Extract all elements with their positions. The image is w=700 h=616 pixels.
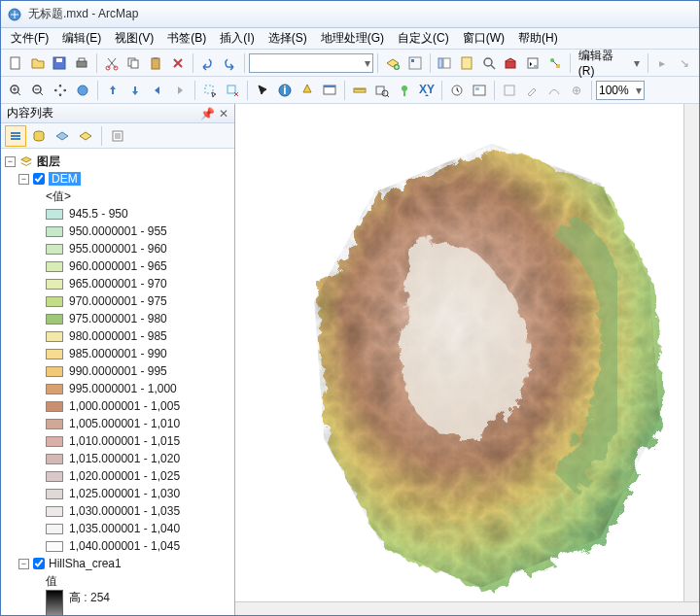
arctoolbox-button[interactable] xyxy=(501,52,522,74)
menu-item[interactable]: 地理处理(G) xyxy=(315,28,390,49)
menu-item[interactable]: 文件(F) xyxy=(5,28,54,49)
editor-dropdown-icon[interactable]: ▾ xyxy=(634,56,644,70)
clear-selection-button[interactable] xyxy=(222,80,243,101)
window-title: 无标题.mxd - ArcMap xyxy=(28,6,138,22)
class-label: 1,000.000001 - 1,005 xyxy=(69,399,180,413)
root-label[interactable]: 图层 xyxy=(37,154,60,170)
menu-item[interactable]: 插入(I) xyxy=(214,28,260,49)
search-button[interactable] xyxy=(478,52,500,74)
print-button[interactable] xyxy=(71,52,92,74)
class-label: 995.0000001 - 1,000 xyxy=(69,382,177,395)
catalog-button[interactable] xyxy=(456,52,477,74)
svg-rect-31 xyxy=(324,86,335,87)
select-features-button[interactable] xyxy=(199,80,221,101)
cut-button[interactable] xyxy=(101,52,122,74)
delete-button[interactable] xyxy=(167,52,189,74)
class-swatch xyxy=(46,331,63,342)
layer-checkbox[interactable] xyxy=(33,173,45,185)
class-swatch xyxy=(46,384,63,394)
menu-item[interactable]: 窗口(W) xyxy=(457,28,510,49)
list-by-source-button[interactable] xyxy=(28,125,50,147)
go-to-xy-button[interactable]: XY xyxy=(416,80,438,101)
edit-vertices-icon[interactable]: ↘ xyxy=(674,52,695,74)
edit-annotation-button[interactable] xyxy=(521,80,542,101)
time-slider-button[interactable] xyxy=(446,80,468,101)
menu-item[interactable]: 编辑(E) xyxy=(56,28,107,49)
edit-sketch-properties-button[interactable] xyxy=(499,80,520,101)
menu-bar: 文件(F)编辑(E)视图(V)书签(B)插入(I)选择(S)地理处理(G)自定义… xyxy=(1,28,699,50)
fixed-zoom-out-button[interactable] xyxy=(124,80,146,101)
svg-rect-40 xyxy=(505,86,514,95)
menu-item[interactable]: 帮助(H) xyxy=(512,28,564,49)
class-label: 960.0000001 - 965 xyxy=(69,259,167,273)
trace-button[interactable] xyxy=(543,80,565,101)
undo-button[interactable] xyxy=(197,52,219,74)
list-by-drawing-order-button[interactable] xyxy=(5,125,26,147)
table-of-contents-panel: 内容列表 📌 ✕ −图层−DEM<值>945.5 - 950950.000000… xyxy=(1,104,235,616)
class-swatch xyxy=(46,419,63,429)
zoom-combo[interactable]: 100%▾ xyxy=(596,81,645,100)
scale-combo[interactable]: ▾ xyxy=(249,53,373,73)
redo-button[interactable] xyxy=(219,52,240,74)
find-route-button[interactable] xyxy=(394,80,415,101)
next-extent-button[interactable] xyxy=(169,80,191,101)
full-extent-button[interactable] xyxy=(72,80,93,101)
options-button[interactable] xyxy=(107,125,128,147)
paste-button[interactable] xyxy=(145,52,166,74)
scrollbar-horizontal[interactable] xyxy=(235,601,699,616)
create-viewer-button[interactable] xyxy=(469,80,490,101)
prev-extent-button[interactable] xyxy=(147,80,168,101)
toc-tree[interactable]: −图层−DEM<值>945.5 - 950950.0000001 - 95595… xyxy=(1,149,234,616)
edit-tool-icon[interactable]: ▸ xyxy=(652,52,674,74)
toc-toolbar xyxy=(1,123,234,149)
class-label: 1,040.000001 - 1,045 xyxy=(69,539,180,553)
map-view[interactable] xyxy=(235,104,699,616)
editor-label[interactable]: 编辑器(R) xyxy=(575,48,633,78)
fixed-zoom-in-button[interactable] xyxy=(102,80,123,101)
editor-toolbar-icon[interactable] xyxy=(404,52,426,74)
svg-rect-39 xyxy=(475,87,479,90)
pin-icon[interactable]: 📌 xyxy=(200,107,215,120)
class-label: 985.0000001 - 990 xyxy=(69,347,167,360)
menu-item[interactable]: 视图(V) xyxy=(109,28,159,49)
svg-point-25 xyxy=(78,86,88,95)
svg-text:i: i xyxy=(283,84,286,97)
class-swatch xyxy=(46,296,63,307)
layer-checkbox[interactable] xyxy=(33,558,45,569)
value-header: 值 xyxy=(46,573,57,590)
class-swatch xyxy=(46,279,63,290)
python-button[interactable] xyxy=(522,52,543,74)
collapse-icon[interactable]: − xyxy=(18,174,29,185)
select-elements-button[interactable] xyxy=(252,80,273,101)
snapping-button[interactable]: ⊕ xyxy=(566,80,587,101)
hillshade-layer-label[interactable]: HillSha_crea1 xyxy=(49,557,122,570)
copy-button[interactable] xyxy=(123,52,145,74)
identify-button[interactable]: i xyxy=(274,80,296,101)
measure-button[interactable] xyxy=(349,80,370,101)
toc-button[interactable] xyxy=(435,52,456,74)
pan-button[interactable] xyxy=(50,80,71,101)
hyperlink-button[interactable] xyxy=(297,80,318,101)
add-data-button[interactable] xyxy=(382,52,403,74)
dem-layer-label[interactable]: DEM xyxy=(49,172,81,186)
zoom-in-button[interactable] xyxy=(5,80,26,101)
menu-item[interactable]: 选择(S) xyxy=(262,28,313,49)
save-button[interactable] xyxy=(49,52,70,74)
modelbuilder-button[interactable] xyxy=(544,52,566,74)
class-swatch xyxy=(46,261,63,272)
collapse-icon[interactable]: − xyxy=(5,156,16,167)
open-button[interactable] xyxy=(27,52,49,74)
new-button[interactable] xyxy=(5,52,26,74)
list-by-selection-button[interactable] xyxy=(75,125,96,147)
scrollbar-vertical[interactable] xyxy=(683,104,699,616)
zoom-out-button[interactable] xyxy=(27,80,49,101)
collapse-icon[interactable]: − xyxy=(18,559,29,569)
html-popup-button[interactable] xyxy=(319,80,340,101)
close-panel-icon[interactable]: ✕ xyxy=(219,107,228,120)
menu-item[interactable]: 自定义(C) xyxy=(392,28,455,49)
find-button[interactable] xyxy=(371,80,393,101)
toc-header: 内容列表 📌 ✕ xyxy=(1,104,234,123)
list-by-visibility-button[interactable] xyxy=(52,125,73,147)
menu-item[interactable]: 书签(B) xyxy=(161,28,212,49)
svg-rect-1 xyxy=(11,57,19,69)
